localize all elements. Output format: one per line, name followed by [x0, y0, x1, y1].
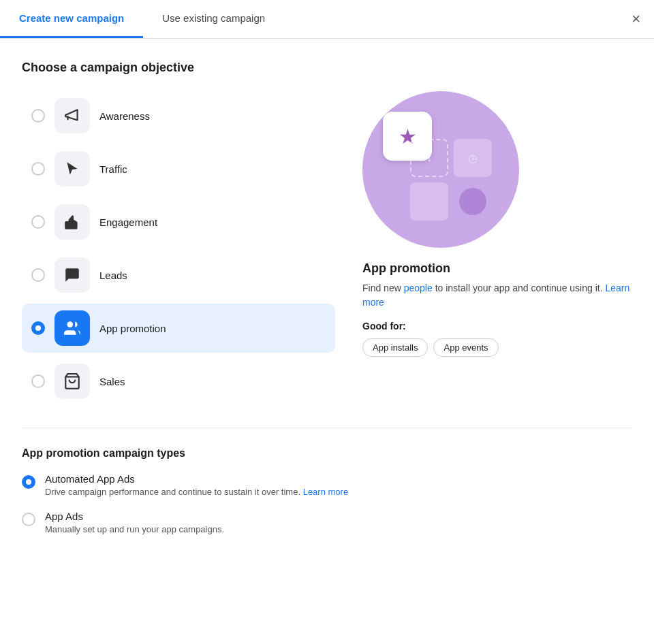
speech-icon — [63, 266, 81, 284]
app-grid: ↓ ◷ — [410, 139, 492, 221]
megaphone-icon — [63, 107, 81, 125]
tab-create-new-campaign[interactable]: Create new campaign — [0, 0, 143, 38]
objective-traffic-label: Traffic — [99, 163, 127, 175]
people-icon — [63, 319, 81, 337]
main-content: Choose a campaign objective Awareness — [0, 39, 654, 570]
automated-learn-more[interactable]: Learn more — [303, 487, 348, 497]
radio-leads[interactable] — [31, 268, 45, 282]
objective-awareness-label: Awareness — [99, 110, 150, 122]
automated-label: Automated App Ads — [45, 473, 348, 485]
preview-desc-start: Find new — [362, 283, 404, 293]
app-ads-desc: Manually set up and run your app campaig… — [45, 524, 224, 534]
campaign-types-section: App promotion campaign types Automated A… — [22, 428, 632, 534]
good-for-title: Good for: — [362, 321, 632, 332]
objective-app-promotion[interactable]: App promotion — [22, 304, 335, 353]
tab-use-existing-campaign[interactable]: Use existing campaign — [143, 0, 284, 38]
preview-illustration: ★ ↓ ◷ — [362, 91, 519, 248]
grid-cell-4 — [459, 188, 486, 215]
modal: Create new campaign Use existing campaig… — [0, 0, 654, 644]
objective-icon-engagement — [54, 204, 90, 240]
objective-icon-app-promotion — [54, 310, 90, 346]
radio-automated[interactable] — [22, 475, 35, 489]
grid-cell-3 — [410, 182, 448, 221]
campaign-type-automated-text: Automated App Ads Drive campaign perform… — [45, 473, 348, 497]
tabs-header: Create new campaign Use existing campaig… — [0, 0, 654, 39]
objective-icon-leads — [54, 257, 90, 293]
objective-icon-awareness — [54, 98, 90, 133]
objective-icon-traffic — [54, 151, 90, 187]
objective-sales-label: Sales — [99, 376, 125, 387]
preview-desc-end: to install your app and continue using i… — [433, 283, 603, 293]
app-promo-graphic: ★ ↓ ◷ — [383, 112, 499, 227]
tag-app-events: App events — [433, 338, 498, 357]
preview-title: App promotion — [362, 261, 632, 276]
campaign-types-title: App promotion campaign types — [22, 447, 632, 460]
radio-awareness[interactable] — [31, 109, 45, 123]
radio-engagement[interactable] — [31, 215, 45, 229]
preview-description: Find new people to install your app and … — [362, 281, 632, 310]
tag-app-installs: App installs — [362, 338, 428, 357]
objective-traffic[interactable]: Traffic — [22, 144, 335, 193]
arrow-down-icon: ↓ — [426, 152, 432, 164]
main-layout: Awareness Traffic — [22, 91, 632, 406]
objectives-list: Awareness Traffic — [22, 91, 335, 406]
objective-app-promotion-label: App promotion — [99, 323, 166, 334]
objective-icon-sales — [54, 364, 90, 399]
radio-traffic[interactable] — [31, 162, 45, 176]
tags-container: App installs App events — [362, 338, 632, 357]
objective-engagement[interactable]: Engagement — [22, 197, 335, 246]
section-title: Choose a campaign objective — [22, 61, 632, 75]
bag-icon — [63, 372, 81, 390]
preview-desc-link[interactable]: people — [404, 283, 433, 293]
campaign-type-app-ads-text: App Ads Manually set up and run your app… — [45, 511, 224, 534]
cursor-icon — [63, 160, 81, 178]
automated-desc-text: Drive campaign performance and continue … — [45, 487, 300, 497]
grid-cell-2: ◷ — [454, 139, 492, 177]
campaign-type-app-ads[interactable]: App Ads Manually set up and run your app… — [22, 511, 632, 534]
thumbsup-icon — [63, 213, 81, 231]
objective-awareness[interactable]: Awareness — [22, 91, 335, 140]
objective-leads[interactable]: Leads — [22, 251, 335, 300]
preview-panel: ★ ↓ ◷ — [362, 91, 632, 406]
radio-sales[interactable] — [31, 374, 45, 388]
automated-desc: Drive campaign performance and continue … — [45, 487, 348, 497]
radio-app-ads[interactable] — [22, 513, 35, 526]
app-ads-label: App Ads — [45, 511, 224, 522]
objective-leads-label: Leads — [99, 270, 127, 281]
objective-engagement-label: Engagement — [99, 216, 157, 228]
radio-app-promotion[interactable] — [31, 321, 45, 335]
objective-sales[interactable]: Sales — [22, 357, 335, 406]
svg-point-0 — [67, 321, 73, 327]
campaign-type-automated[interactable]: Automated App Ads Drive campaign perform… — [22, 473, 632, 497]
clock-icon: ◷ — [468, 152, 478, 165]
close-button[interactable]: × — [632, 12, 640, 27]
grid-cell-1: ↓ — [410, 139, 448, 177]
